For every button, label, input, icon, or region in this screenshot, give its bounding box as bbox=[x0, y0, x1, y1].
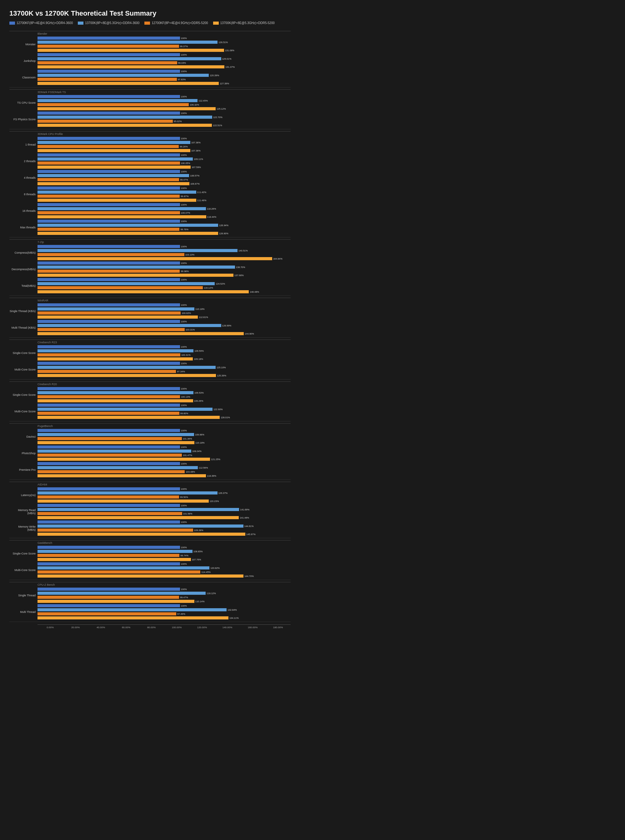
group-label-7: PugetBench bbox=[9, 423, 291, 428]
bar-4-0-2: 100.62% bbox=[37, 311, 291, 315]
bench-row-2-3: 8 threads100%111.42%99.87%111.46% bbox=[9, 186, 291, 202]
bars-area-1-0: 100%112.45%106.32%125.12% bbox=[37, 95, 291, 110]
bench-label-4-0: Single Thread (KB/s) bbox=[9, 310, 37, 313]
bar-9-0-0: 100% bbox=[37, 545, 291, 549]
bar-3-0-1: 140.51% bbox=[37, 248, 291, 252]
bar-1-0-2: 106.32% bbox=[37, 103, 291, 107]
bar-8-1-1: 141.69% bbox=[37, 508, 291, 511]
page-title: 13700K vs 12700K Theoretical Test Summar… bbox=[9, 9, 291, 17]
bar-7-0-1: 109.98% bbox=[37, 433, 291, 436]
bar-2-4-3: 118.44% bbox=[37, 215, 291, 219]
bar-6-1-0: 100% bbox=[37, 403, 291, 407]
bench-row-8-1: Memory Read (MB/s)100%141.69%101.58%141.… bbox=[9, 503, 291, 520]
bench-group-7: PugetBenchDavinci100%109.98%101.36%110.1… bbox=[9, 423, 291, 480]
bar-6-0-0: 100% bbox=[37, 387, 291, 390]
x-tick-7: 140.00% bbox=[215, 626, 240, 629]
bar-7-1-2: 101.47% bbox=[37, 453, 291, 457]
bar-7-2-2: 103.48% bbox=[37, 470, 291, 474]
bar-3-2-2: 116.12% bbox=[37, 286, 291, 290]
bar-6-0-1: 109.53% bbox=[37, 391, 291, 394]
bar-6-0-2: 100.13% bbox=[37, 395, 291, 399]
group-label-3: 7-Zip bbox=[9, 239, 291, 244]
bar-2-1-0: 100% bbox=[37, 153, 291, 157]
bar-10-0-1: 118.12% bbox=[37, 592, 291, 595]
bars-area-10-1: 100%132.84%97.49%134.11% bbox=[37, 604, 291, 620]
bar-3-0-0: 100% bbox=[37, 245, 291, 248]
bar-3-1-1: 138.70% bbox=[37, 265, 291, 269]
group-label-2: 3DMark CPU Profile bbox=[9, 131, 291, 135]
bench-label-8-2: Memory Write (MB/s) bbox=[9, 525, 37, 531]
bar-8-2-2: 109.28% bbox=[37, 528, 291, 532]
bench-label-8-1: Memory Read (MB/s) bbox=[9, 509, 37, 515]
x-tick-9: 180.00% bbox=[265, 626, 291, 629]
bar-4-1-1: 128.99% bbox=[37, 324, 291, 328]
bar-2-5-2: 99.76% bbox=[37, 227, 291, 231]
bar-3-1-3: 137.66% bbox=[37, 273, 291, 277]
group-label-5: Cinebench R23 bbox=[9, 340, 291, 344]
bar-2-3-3: 111.46% bbox=[37, 198, 291, 202]
bench-label-5-0: Single-Core Score bbox=[9, 351, 37, 354]
bar-2-0-2: 99.26% bbox=[37, 144, 291, 148]
bench-label-3-0: Compress(MB/s) bbox=[9, 251, 37, 254]
bench-label-2-3: 8 threads bbox=[9, 193, 37, 196]
group-label-0: Blender bbox=[9, 31, 291, 35]
bench-row-10-1: Multi Thread100%132.84%97.49%134.11% bbox=[9, 604, 291, 620]
bar-8-2-3: 145.97% bbox=[37, 532, 291, 536]
group-label-4: WinRAR bbox=[9, 298, 291, 302]
bar-5-0-3: 109.18% bbox=[37, 357, 291, 361]
legend-item-1: 13700K(8P+8E@5.3GHz)+DDR4-3600 bbox=[78, 21, 139, 25]
bar-2-2-0: 100% bbox=[37, 169, 291, 173]
bars-area-9-1: 100%120.82%114.45%144.70% bbox=[37, 562, 291, 578]
bar-2-4-2: 100.07% bbox=[37, 211, 291, 214]
bar-10-0-2: 99.47% bbox=[37, 595, 291, 599]
x-tick-1: 20.00% bbox=[63, 626, 88, 629]
bar-9-1-3: 144.70% bbox=[37, 574, 291, 578]
bench-row-1-1: FS Physics Score100%122.70%95.02%122.51% bbox=[9, 111, 291, 127]
legend-item-2: 12700KF(8P+4E@4.9GHz)+DDR5-5200 bbox=[145, 21, 208, 25]
bar-0-0-1: 126.51% bbox=[37, 40, 291, 44]
bench-row-5-1: Multi-Core Score100%125.10%97.34%125.39% bbox=[9, 362, 291, 377]
bench-label-2-2: 4 threads bbox=[9, 176, 37, 179]
bar-7-1-1: 108.04% bbox=[37, 449, 291, 453]
bar-7-2-0: 100% bbox=[37, 462, 291, 466]
bar-0-1-3: 131.37% bbox=[37, 65, 291, 69]
bench-label-2-0: 1 thread bbox=[9, 143, 37, 146]
bench-label-0-1: Junkshop bbox=[9, 59, 37, 62]
bench-label-7-1: PhotoShop bbox=[9, 452, 37, 455]
bars-area-3-0: 100%140.51%103.10%164.84% bbox=[37, 245, 291, 261]
x-tick-2: 40.00% bbox=[88, 626, 113, 629]
bar-0-1-2: 98.03% bbox=[37, 61, 291, 65]
bench-row-0-1: Junkshop100%129.01%98.03%131.37% bbox=[9, 53, 291, 69]
bars-area-7-0: 100%109.98%101.36%110.18% bbox=[37, 429, 291, 444]
bar-4-1-0: 100% bbox=[37, 320, 291, 323]
bench-row-7-2: Premiere Pro100%112.56%103.48%118.39% bbox=[9, 462, 291, 478]
bar-2-5-3: 126.90% bbox=[37, 231, 291, 235]
bar-4-0-0: 100% bbox=[37, 303, 291, 307]
bar-0-2-3: 127.39% bbox=[37, 82, 291, 85]
bench-label-1-0: TS CPU Score bbox=[9, 101, 37, 104]
bar-7-2-1: 112.56% bbox=[37, 466, 291, 469]
bench-label-7-0: Davinci bbox=[9, 435, 37, 438]
bar-8-0-0: 100% bbox=[37, 487, 291, 491]
bar-3-1-0: 100% bbox=[37, 261, 291, 265]
bench-row-4-1: Multi Thread (KB/s)100%128.99%103.31%144… bbox=[9, 320, 291, 335]
bench-group-10: CPU-Z BenchSingle Thread100%118.12%99.47… bbox=[9, 582, 291, 622]
bar-6-1-3: 128.01% bbox=[37, 416, 291, 419]
bench-row-6-1: Multi-Core Score100%122.90%99.60%128.01% bbox=[9, 403, 291, 419]
bar-0-2-0: 100% bbox=[37, 69, 291, 73]
bars-area-0-1: 100%129.01%98.03%131.37% bbox=[37, 53, 291, 69]
bars-area-2-0: 100%107.36%99.26%107.36% bbox=[37, 137, 291, 152]
bench-group-4: WinRARSingle Thread (KB/s)100%110.18%100… bbox=[9, 298, 291, 338]
bench-group-6: Cinebench R20Single-Core Score100%109.53… bbox=[9, 381, 291, 421]
bars-area-8-0: 100%126.37%99.50%120.23% bbox=[37, 487, 291, 503]
bar-2-2-1: 106.57% bbox=[37, 174, 291, 177]
bar-0-2-2: 97.83% bbox=[37, 78, 291, 81]
bar-4-1-3: 144.90% bbox=[37, 332, 291, 335]
bar-0-0-0: 100% bbox=[37, 36, 291, 40]
bar-1-1-2: 95.02% bbox=[37, 120, 291, 123]
bench-group-3: 7-ZipCompress(MB/s)100%140.51%103.10%164… bbox=[9, 239, 291, 296]
bench-row-8-2: Memory Write (MB/s)100%144.61%109.28%145… bbox=[9, 520, 291, 536]
bench-row-7-0: Davinci100%109.98%101.36%110.18% bbox=[9, 429, 291, 444]
x-tick-4: 80.00% bbox=[139, 626, 164, 629]
bar-10-1-2: 97.49% bbox=[37, 612, 291, 616]
